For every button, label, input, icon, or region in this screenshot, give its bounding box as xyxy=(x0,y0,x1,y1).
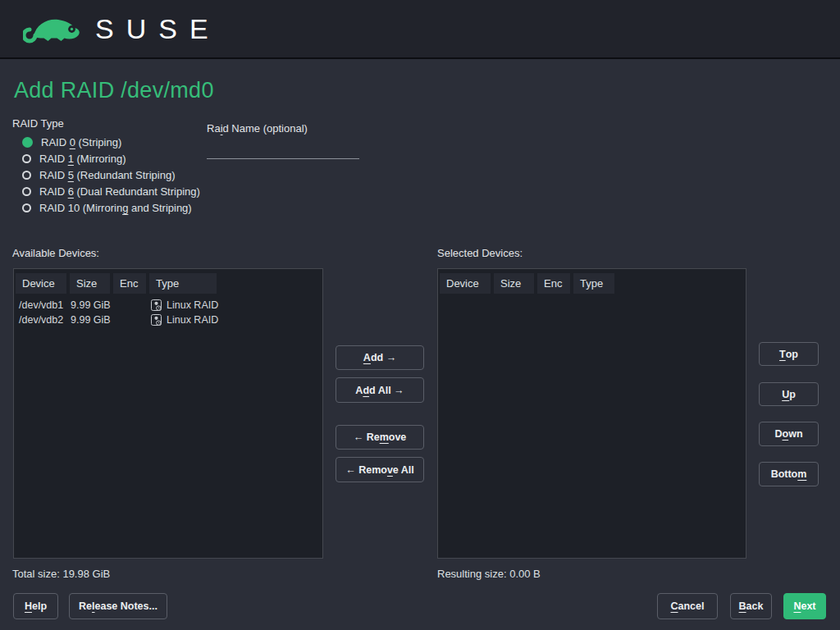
cancel-button[interactable]: Cancel xyxy=(657,593,718,619)
add-all-button[interactable]: Add All → xyxy=(336,377,424,403)
column-header-device: Device xyxy=(440,273,491,294)
radio-raid10[interactable]: RAID 10 (Mirroring and Striping) xyxy=(22,202,200,213)
table-header: Device Size Enc Type xyxy=(440,273,614,294)
type-cell: Linux RAID xyxy=(151,314,218,326)
radio-raid0[interactable]: RAID 0 (Striping) xyxy=(22,136,200,148)
table-header: Device Size Enc Type xyxy=(16,273,217,294)
add-button[interactable]: Add → xyxy=(336,345,424,370)
brand-wordmark: SUSE xyxy=(95,10,221,48)
release-notes-button[interactable]: Release Notes... xyxy=(69,593,167,619)
column-header-type: Type xyxy=(149,273,217,294)
radio-raid1[interactable]: RAID 1 (Mirroring) xyxy=(22,153,200,164)
device-cell: /dev/vdb2 xyxy=(19,314,71,326)
radio-label: RAID 10 (Mirroring and Striping) xyxy=(39,202,192,214)
type-cell: Linux RAID xyxy=(151,299,218,311)
size-cell: 9.99 GiB xyxy=(71,314,120,326)
radio-raid6[interactable]: RAID 6 (Dual Redundant Striping) xyxy=(22,185,200,197)
table-row[interactable]: /dev/vdb2 9.99 GiB Linux RAID xyxy=(14,313,322,327)
radio-button-icon[interactable] xyxy=(22,203,31,212)
raid-disk-icon xyxy=(151,299,162,311)
remove-button[interactable]: ← Remove xyxy=(336,425,424,450)
table-row[interactable]: /dev/vdb1 9.99 GiB Linux RAID xyxy=(14,298,322,313)
radio-label: RAID 6 (Dual Redundant Striping) xyxy=(39,185,200,198)
top-button[interactable]: Top xyxy=(759,342,819,366)
back-button[interactable]: Back xyxy=(730,593,772,619)
suse-logo: SUSE xyxy=(23,10,221,48)
radio-label: RAID 0 (Striping) xyxy=(41,136,121,148)
suse-chameleon-icon xyxy=(23,12,82,45)
column-header-size: Size xyxy=(70,273,110,294)
selected-devices-label: Selected Devices: xyxy=(437,247,523,259)
radio-label: RAID 5 (Redundant Striping) xyxy=(39,169,175,181)
device-cell: /dev/vdb1 xyxy=(19,299,71,311)
remove-all-button[interactable]: ← Remove All xyxy=(336,457,424,482)
raid-type-label: RAID Type xyxy=(12,117,64,130)
help-button[interactable]: Help xyxy=(13,593,58,619)
raid-disk-icon xyxy=(151,314,162,326)
total-size-text: Total size: 19.98 GiB xyxy=(12,568,110,580)
down-button[interactable]: Down xyxy=(759,422,819,446)
resulting-size-text: Resulting size: 0.00 B xyxy=(437,568,541,580)
column-header-device: Device xyxy=(16,273,66,294)
available-devices-label: Available Devices: xyxy=(12,247,99,259)
selected-devices-table[interactable]: Device Size Enc Type xyxy=(437,268,746,559)
installer-window: SUSE Add RAID /dev/md0 RAID Type RAID 0 … xyxy=(0,0,840,630)
up-button[interactable]: Up xyxy=(759,382,819,406)
radio-button-icon[interactable] xyxy=(22,137,33,148)
raid-type-radio-group: RAID 0 (Striping) RAID 1 (Mirroring) RAI… xyxy=(22,136,200,213)
column-header-enc: Enc xyxy=(113,273,146,294)
bottom-button[interactable]: Bottom xyxy=(759,462,819,486)
available-devices-table[interactable]: Device Size Enc Type /dev/vdb1 9.99 GiB … xyxy=(13,268,323,559)
radio-button-icon[interactable] xyxy=(22,171,31,180)
type-label: Linux RAID xyxy=(167,299,218,311)
column-header-size: Size xyxy=(494,273,534,294)
column-header-type: Type xyxy=(573,273,614,294)
radio-button-icon[interactable] xyxy=(22,154,31,163)
radio-raid5[interactable]: RAID 5 (Redundant Striping) xyxy=(22,169,200,180)
size-cell: 9.99 GiB xyxy=(71,299,120,311)
raid-name-input[interactable] xyxy=(207,138,359,159)
type-label: Linux RAID xyxy=(167,314,218,326)
table-body: /dev/vdb1 9.99 GiB Linux RAID /dev/vdb2 … xyxy=(14,298,322,327)
column-header-enc: Enc xyxy=(537,273,570,294)
raid-name-label: Raid Name (optional) xyxy=(207,122,308,135)
top-bar: SUSE xyxy=(0,0,840,59)
radio-label: RAID 1 (Mirroring) xyxy=(39,153,126,165)
next-button[interactable]: Next xyxy=(783,593,826,619)
radio-button-icon[interactable] xyxy=(22,187,31,196)
page-title: Add RAID /dev/md0 xyxy=(14,78,214,103)
